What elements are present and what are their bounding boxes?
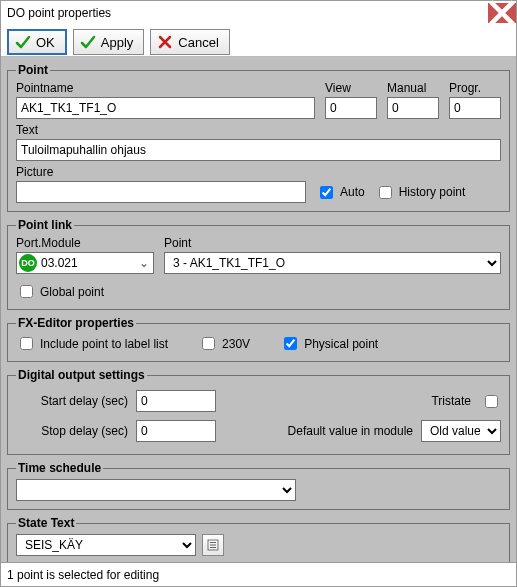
digital-output-legend: Digital output settings [16, 368, 147, 382]
ok-label: OK [36, 35, 55, 50]
view-label: View [325, 81, 377, 95]
close-button[interactable] [488, 3, 516, 23]
point-select[interactable]: 3 - AK1_TK1_TF1_O [164, 252, 501, 274]
point-group: Point Pointname View Manual Progr. [7, 63, 510, 212]
portmodule-label: Port.Module [16, 236, 154, 250]
timeschedule-select[interactable] [16, 479, 296, 501]
fxeditor-legend: FX-Editor properties [16, 316, 136, 330]
history-checkbox-label: History point [399, 185, 466, 199]
statetext-group: State Text SEIS_KÄY [7, 516, 510, 562]
point-label: Point [164, 236, 501, 250]
pointname-input[interactable] [16, 97, 315, 119]
cancel-button[interactable]: Cancel [150, 29, 229, 55]
global-checkbox-label: Global point [40, 285, 104, 299]
v230-checkbox-box[interactable] [202, 337, 215, 350]
window-title: DO point properties [7, 6, 488, 20]
timeschedule-legend: Time schedule [16, 461, 103, 475]
text-label: Text [16, 123, 501, 137]
global-checkbox[interactable]: Global point [16, 282, 501, 301]
statetext-edit-button[interactable] [202, 534, 224, 556]
timeschedule-group: Time schedule [7, 461, 510, 510]
progr-label: Progr. [449, 81, 501, 95]
startdelay-input[interactable] [136, 390, 216, 412]
text-input[interactable] [16, 139, 501, 161]
cancel-label: Cancel [178, 35, 218, 50]
do-badge-icon: DO [19, 254, 37, 272]
point-legend: Point [16, 63, 50, 77]
portmodule-value: 03.021 [37, 256, 135, 270]
labellist-checkbox-box[interactable] [20, 337, 33, 350]
titlebar: DO point properties [1, 1, 516, 25]
portmodule-select[interactable]: DO 03.021 ⌄ [16, 252, 154, 274]
manual-label: Manual [387, 81, 439, 95]
close-icon [488, 0, 516, 27]
digital-output-group: Digital output settings Start delay (sec… [7, 368, 510, 455]
statetext-legend: State Text [16, 516, 76, 530]
x-icon [157, 34, 173, 50]
toolbar: OK Apply Cancel [1, 25, 516, 57]
labellist-checkbox[interactable]: Include point to label list [16, 334, 168, 353]
ok-button[interactable]: OK [7, 29, 67, 55]
check-icon [15, 34, 31, 50]
history-checkbox[interactable]: History point [375, 183, 466, 202]
statusbar: 1 point is selected for editing [1, 562, 516, 586]
physical-checkbox-label: Physical point [304, 337, 378, 351]
chevron-down-icon: ⌄ [135, 256, 153, 270]
apply-button[interactable]: Apply [73, 29, 145, 55]
progr-input[interactable] [449, 97, 501, 119]
physical-checkbox-box[interactable] [284, 337, 297, 350]
dialog-window: DO point properties OK Apply Cancel Poin… [0, 0, 517, 587]
v230-checkbox-label: 230V [222, 337, 250, 351]
pointlink-group: Point link Port.Module DO 03.021 ⌄ Point… [7, 218, 510, 310]
status-text: 1 point is selected for editing [7, 568, 159, 582]
dialog-body: Point Pointname View Manual Progr. [1, 57, 516, 562]
auto-checkbox-box[interactable] [320, 186, 333, 199]
global-checkbox-box[interactable] [20, 285, 33, 298]
stopdelay-label: Stop delay (sec) [16, 424, 128, 438]
picture-input[interactable] [16, 181, 306, 203]
picture-label: Picture [16, 165, 501, 179]
stopdelay-input[interactable] [136, 420, 216, 442]
pointname-label: Pointname [16, 81, 315, 95]
defaultvalue-label: Default value in module [288, 424, 413, 438]
fxeditor-group: FX-Editor properties Include point to la… [7, 316, 510, 362]
list-icon [207, 539, 219, 551]
view-input[interactable] [325, 97, 377, 119]
defaultvalue-select[interactable]: Old value [421, 420, 501, 442]
apply-label: Apply [101, 35, 134, 50]
v230-checkbox[interactable]: 230V [198, 334, 250, 353]
auto-checkbox[interactable]: Auto [316, 183, 365, 202]
labellist-checkbox-label: Include point to label list [40, 337, 168, 351]
tristate-checkbox[interactable] [485, 395, 498, 408]
auto-checkbox-label: Auto [340, 185, 365, 199]
pointlink-legend: Point link [16, 218, 74, 232]
tristate-label: Tristate [431, 394, 471, 408]
manual-input[interactable] [387, 97, 439, 119]
startdelay-label: Start delay (sec) [16, 394, 128, 408]
history-checkbox-box[interactable] [379, 186, 392, 199]
check-icon [80, 34, 96, 50]
physical-checkbox[interactable]: Physical point [280, 334, 378, 353]
statetext-select[interactable]: SEIS_KÄY [16, 534, 196, 556]
